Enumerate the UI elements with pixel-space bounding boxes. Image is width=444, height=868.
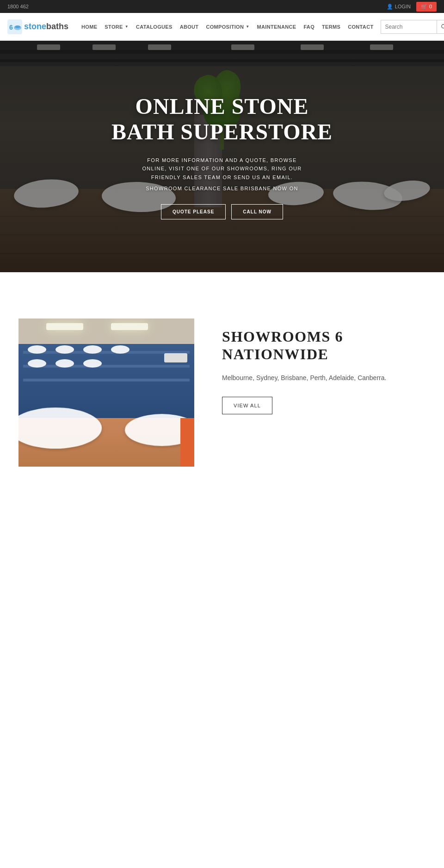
topbar-right: 👤 LOGIN 🛒 0 bbox=[387, 2, 437, 12]
footer-space bbox=[0, 494, 444, 865]
user-icon: 👤 bbox=[387, 4, 393, 10]
showroom-image bbox=[18, 318, 194, 467]
phone-number: 1800 462 bbox=[7, 4, 29, 9]
topbar: 1800 462 👤 LOGIN 🛒 0 bbox=[0, 0, 444, 13]
main-content: SHOWROOMS 6 NATIONWIDE Melbourne, Sydney… bbox=[0, 272, 444, 494]
hero-title: ONLINE STONE BATH SUPERSTORE bbox=[111, 94, 333, 144]
svg-point-3 bbox=[15, 25, 20, 28]
hero-section: ONLINE STONE BATH SUPERSTORE FOR MORE IN… bbox=[0, 41, 444, 272]
logo[interactable]: 6 stonebaths bbox=[7, 19, 68, 34]
store-chevron-icon: ▼ bbox=[125, 25, 129, 29]
nav-composition[interactable]: COMPOSITION ▼ bbox=[202, 13, 253, 41]
search-icon bbox=[441, 24, 444, 30]
composition-chevron-icon: ▼ bbox=[246, 25, 249, 29]
nav-catalogues[interactable]: CATALOGUES bbox=[132, 13, 176, 41]
logo-text: stonebaths bbox=[24, 22, 68, 31]
showroom-info: SHOWROOMS 6 NATIONWIDE Melbourne, Sydney… bbox=[222, 318, 426, 414]
search-button[interactable] bbox=[437, 20, 444, 33]
svg-text:6: 6 bbox=[9, 24, 13, 31]
search-box bbox=[381, 20, 444, 34]
showrooms-section: SHOWROOMS 6 NATIONWIDE Melbourne, Sydney… bbox=[18, 318, 426, 467]
nav-about[interactable]: ABOUT bbox=[176, 13, 203, 41]
hero-buttons: QUOTE PLEASE CALL NOW bbox=[111, 204, 333, 219]
showrooms-locations: Melbourne, Sydney, Brisbane, Perth, Adel… bbox=[222, 373, 426, 383]
nav-faq[interactable]: FAQ bbox=[300, 13, 318, 41]
hero-subtitle: FOR MORE INFORMATION AND A QUOTE, BROWSE… bbox=[134, 156, 310, 182]
main-nav: HOME STORE ▼ CATALOGUES ABOUT COMPOSITIO… bbox=[78, 13, 377, 41]
cart-icon: 🛒 bbox=[421, 4, 427, 10]
cart-button[interactable]: 🛒 0 bbox=[416, 2, 437, 12]
view-all-button[interactable]: VIEW ALL bbox=[222, 397, 272, 414]
login-label: LOGIN bbox=[395, 4, 411, 9]
hero-content: ONLINE STONE BATH SUPERSTORE FOR MORE IN… bbox=[102, 84, 342, 228]
nav-maintenance[interactable]: MAINTENANCE bbox=[253, 13, 300, 41]
svg-point-4 bbox=[442, 24, 444, 28]
quote-button[interactable]: QUOTE PLEASE bbox=[161, 204, 226, 219]
hero-promo: SHOWROOM CLEARANCE SALE BRISBANE NOW ON bbox=[111, 186, 333, 191]
call-now-button[interactable]: CALL NOW bbox=[231, 204, 283, 219]
header: 6 stonebaths HOME STORE ▼ CATALOGUES ABO… bbox=[0, 13, 444, 41]
nav-home[interactable]: HOME bbox=[78, 13, 101, 41]
nav-store[interactable]: STORE ▼ bbox=[101, 13, 132, 41]
login-button[interactable]: 👤 LOGIN bbox=[387, 4, 411, 10]
nav-contact[interactable]: CONTACT bbox=[344, 13, 377, 41]
showroom-bg bbox=[18, 318, 194, 467]
nav-terms[interactable]: TERMS bbox=[318, 13, 344, 41]
logo-icon: 6 bbox=[7, 19, 22, 34]
search-input[interactable] bbox=[381, 20, 437, 33]
cart-count: 0 bbox=[429, 4, 432, 9]
showrooms-title: SHOWROOMS 6 NATIONWIDE bbox=[222, 328, 426, 363]
